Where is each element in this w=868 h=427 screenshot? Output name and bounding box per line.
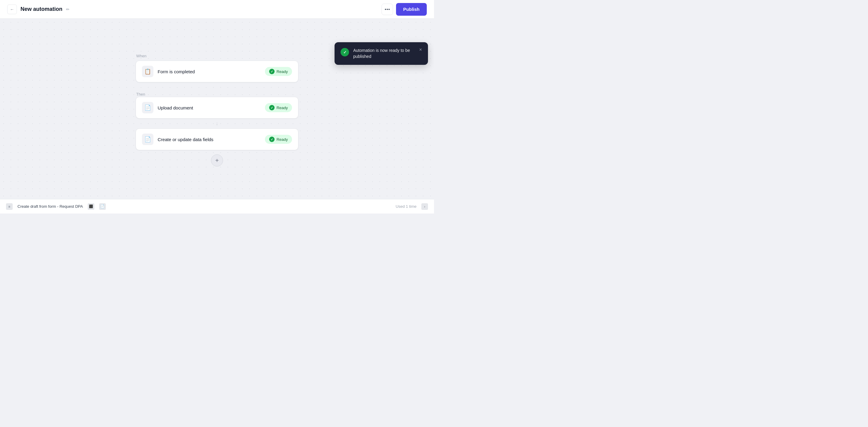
- toast-close-button[interactable]: ×: [419, 47, 422, 53]
- more-button[interactable]: [381, 4, 393, 15]
- create-status: Ready: [276, 137, 288, 142]
- header: ← New automation ✏ Publish: [0, 0, 434, 19]
- toast-message: Automation is now ready to be published: [353, 48, 415, 59]
- form-label: Form is completed: [158, 69, 195, 74]
- flow-container: When 📋 Form is completed ✓ Ready Then 📄 …: [135, 54, 299, 166]
- then-label: Then: [136, 92, 145, 96]
- form-check-icon: ✓: [269, 69, 275, 74]
- toast-notification: ✓ Automation is now ready to be publishe…: [335, 42, 428, 65]
- create-ready-badge: ✓ Ready: [265, 135, 292, 144]
- form-status: Ready: [276, 69, 288, 74]
- when-label: When: [136, 54, 147, 58]
- create-label: Create or update data fields: [158, 137, 213, 142]
- doc-icon: ≡: [8, 205, 10, 208]
- connector-arrow: ↓: [135, 119, 299, 128]
- edit-icon[interactable]: ✏: [66, 7, 70, 12]
- bottom-doc-icon: ≡: [6, 203, 13, 210]
- step-left-3: 📄 Create or update data fields: [142, 133, 213, 145]
- step-form-completed[interactable]: 📋 Form is completed ✓ Ready: [135, 61, 299, 82]
- create-check-icon: ✓: [269, 136, 275, 142]
- add-step-button[interactable]: +: [211, 154, 223, 166]
- create-icon: 📄: [142, 133, 153, 145]
- page-title: New automation: [21, 6, 62, 12]
- bottom-item-text: Create draft from form - Request DPA: [18, 204, 83, 209]
- upload-ready-badge: ✓ Ready: [265, 103, 292, 112]
- bottom-bar: ≡ Create draft from form - Request DPA ⬛…: [0, 199, 434, 214]
- step-create-update[interactable]: 📄 Create or update data fields ✓ Ready: [135, 128, 299, 150]
- upload-status: Ready: [276, 105, 288, 110]
- upload-label: Upload document: [158, 105, 193, 110]
- bottom-square-icon: ⬛: [88, 203, 94, 210]
- step-upload-document[interactable]: 📄 Upload document ✓ Ready: [135, 97, 299, 119]
- bottom-used: Used 1 time: [396, 204, 416, 209]
- upload-check-icon: ✓: [269, 105, 275, 110]
- header-left: ← New automation ✏: [7, 4, 70, 14]
- back-button[interactable]: ←: [7, 4, 17, 14]
- publish-button[interactable]: Publish: [396, 3, 427, 16]
- toast-check-icon: ✓: [341, 48, 349, 56]
- bottom-title: Create draft from form - Request DPA: [18, 204, 83, 209]
- form-icon: 📋: [142, 66, 153, 77]
- step-left: 📋 Form is completed: [142, 66, 195, 77]
- upload-icon: 📄: [142, 102, 153, 113]
- header-right: Publish: [381, 3, 427, 16]
- canvas: When 📋 Form is completed ✓ Ready Then 📄 …: [0, 19, 434, 214]
- step-left-2: 📄 Upload document: [142, 102, 193, 113]
- bottom-file-icon: 📄: [99, 203, 106, 210]
- then-section: Then 📄 Upload document ✓ Ready ↓ 📄 Creat…: [135, 91, 299, 150]
- form-ready-badge: ✓ Ready: [265, 67, 292, 76]
- bottom-arrow-icon[interactable]: ›: [421, 203, 428, 210]
- back-icon: ←: [10, 7, 14, 12]
- more-icon: [385, 9, 390, 10]
